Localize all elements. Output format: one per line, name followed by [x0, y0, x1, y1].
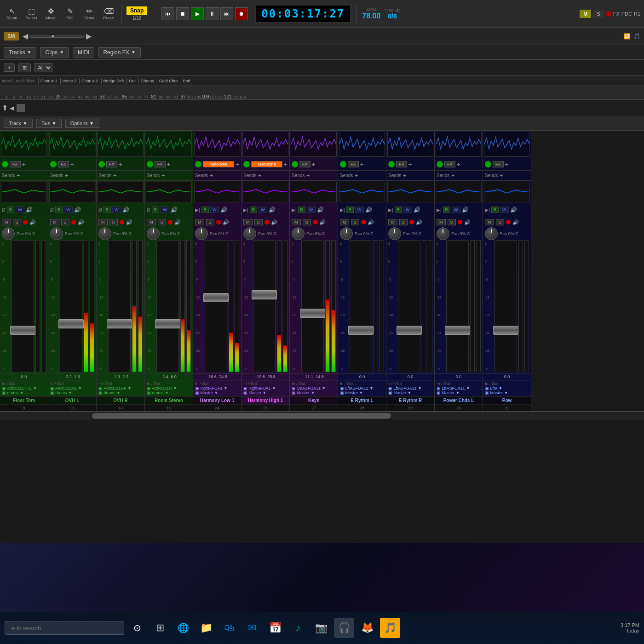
io-input-1[interactable]: ▣ AddcD21THL ▼: [2, 386, 46, 391]
fx-btn-2[interactable]: FX: [58, 161, 69, 167]
mute-btn-8[interactable]: M: [340, 219, 349, 225]
fader-track-1[interactable]: [12, 240, 34, 372]
fader-handle-10[interactable]: [445, 326, 470, 335]
pan-knob-11[interactable]: [485, 227, 498, 240]
store-btn[interactable]: 🛍: [219, 618, 239, 638]
fader-handle-11[interactable]: [493, 326, 518, 335]
eq-area-6[interactable]: [242, 182, 288, 202]
eq-area-7[interactable]: [291, 182, 337, 202]
horizontal-scrollbar[interactable]: [0, 411, 644, 420]
add-send-8[interactable]: +: [355, 172, 358, 179]
fx-btn-11[interactable]: FX: [493, 161, 504, 167]
erase-tool-btn[interactable]: ⌫ Erase: [100, 7, 117, 20]
write-btn-1[interactable]: W: [16, 207, 24, 213]
record-btn[interactable]: ⏺: [235, 7, 248, 20]
mute-btn-11[interactable]: M: [485, 219, 494, 225]
solo-btn-8[interactable]: S: [351, 219, 359, 225]
fader-handle-7[interactable]: [300, 309, 325, 318]
fader-handle-3[interactable]: [107, 319, 132, 328]
eq-area-11[interactable]: [484, 182, 530, 202]
melodyne-btn-5[interactable]: Melodyne: [203, 161, 234, 167]
solo-btn-4[interactable]: S: [158, 219, 166, 225]
loop-icon[interactable]: 🔁: [624, 33, 631, 40]
nav-left[interactable]: ◀: [23, 32, 28, 40]
upload-icon[interactable]: ⬆: [2, 104, 8, 112]
io-output-2[interactable]: ▣ drums ▼: [50, 391, 94, 395]
pan-knob-1[interactable]: [2, 227, 15, 240]
track-opt-btn[interactable]: Track ▼: [4, 119, 33, 128]
fader-handle-9[interactable]: [397, 326, 422, 335]
solo-btn-7[interactable]: S: [303, 219, 311, 225]
pan-knob-7[interactable]: [292, 227, 305, 240]
read-btn-2[interactable]: R: [55, 207, 63, 213]
add-fx-10[interactable]: +: [457, 161, 460, 168]
power-btn-1[interactable]: [2, 161, 8, 167]
scrollbar-thumb[interactable]: [92, 413, 391, 419]
write-btn-2[interactable]: W: [64, 207, 73, 213]
fader-track-8[interactable]: [350, 240, 372, 372]
add-track-btn[interactable]: +: [4, 63, 15, 72]
read-btn-6[interactable]: R: [250, 207, 258, 213]
add-fx-1[interactable]: +: [22, 161, 26, 168]
add-send-2[interactable]: +: [65, 172, 68, 179]
melodyne-btn-6[interactable]: Melodyne: [251, 161, 282, 167]
io-input-10[interactable]: ▣ LftASFUA11 ▼: [437, 386, 481, 391]
pan-knob-5[interactable]: [195, 227, 208, 240]
fader-track-3[interactable]: [108, 240, 131, 372]
write-btn-10[interactable]: W: [452, 207, 460, 213]
left-arrow-icon[interactable]: ◀: [10, 105, 14, 111]
calendar-btn[interactable]: 📅: [265, 618, 285, 638]
power-btn-4[interactable]: [147, 161, 153, 167]
fader-track-2[interactable]: [60, 240, 82, 372]
fx-btn-9[interactable]: FX: [396, 161, 407, 167]
fader-track-6[interactable]: [253, 240, 276, 372]
spotify-btn[interactable]: ♪: [288, 618, 308, 638]
add-fx-6[interactable]: +: [284, 161, 288, 168]
add-send-6[interactable]: +: [258, 172, 261, 179]
position-bar[interactable]: [29, 35, 85, 38]
fader-track-11[interactable]: [494, 240, 517, 372]
search-input[interactable]: [5, 621, 124, 635]
mute-btn-10[interactable]: M: [437, 219, 446, 225]
sonar-btn[interactable]: 🎵: [380, 618, 400, 638]
solo-btn-10[interactable]: S: [448, 219, 456, 225]
pan-knob-9[interactable]: [388, 227, 401, 240]
add-send-5[interactable]: +: [210, 172, 213, 179]
read-btn-4[interactable]: R: [152, 207, 160, 213]
add-fx-4[interactable]: +: [167, 161, 171, 168]
fold-btn[interactable]: ⊞: [18, 63, 31, 72]
rewind-btn[interactable]: ⏮: [161, 7, 174, 20]
io-input-8[interactable]: ▣ LftASFUA11 ▼: [340, 386, 384, 391]
fader-handle-6[interactable]: [252, 290, 277, 299]
stop-btn[interactable]: ⏹: [176, 7, 189, 20]
add-send-4[interactable]: +: [161, 172, 165, 179]
mute-btn-6[interactable]: M: [243, 219, 253, 225]
add-fx-8[interactable]: +: [360, 161, 364, 168]
eq-area-3[interactable]: [98, 182, 144, 202]
solo-btn-11[interactable]: S: [496, 219, 504, 225]
fader-track-10[interactable]: [446, 240, 469, 372]
clips-menu[interactable]: Clips ▼: [40, 47, 69, 58]
edit-tool-btn[interactable]: ✎ Edit: [62, 7, 78, 20]
eq-area-2[interactable]: [49, 182, 95, 202]
power-btn-10[interactable]: [437, 161, 443, 167]
firefox-btn[interactable]: 🦊: [357, 618, 377, 638]
write-btn-9[interactable]: W: [403, 207, 412, 213]
bus-opt-btn[interactable]: Bus ▼: [36, 119, 62, 128]
io-output-3[interactable]: ▣ drums ▼: [98, 391, 143, 395]
nav-right[interactable]: ▶: [86, 32, 92, 40]
taskview-btn[interactable]: ⊞: [150, 618, 170, 638]
io-output-11[interactable]: ▣ Master ▼: [485, 391, 529, 395]
write-btn-6[interactable]: W: [259, 207, 267, 213]
read-btn-9[interactable]: R: [395, 207, 402, 213]
mute-btn-7[interactable]: M: [292, 219, 301, 225]
power-btn-7[interactable]: [292, 161, 298, 167]
edge-btn[interactable]: 🌐: [173, 618, 193, 638]
power-btn-8[interactable]: [340, 161, 346, 167]
eq-area-4[interactable]: [146, 182, 192, 202]
fader-track-5[interactable]: [205, 240, 227, 372]
read-btn-7[interactable]: R: [298, 207, 306, 213]
fader-track-4[interactable]: [156, 240, 179, 372]
solo-btn-5[interactable]: S: [206, 219, 214, 225]
fader-handle-2[interactable]: [58, 319, 84, 328]
